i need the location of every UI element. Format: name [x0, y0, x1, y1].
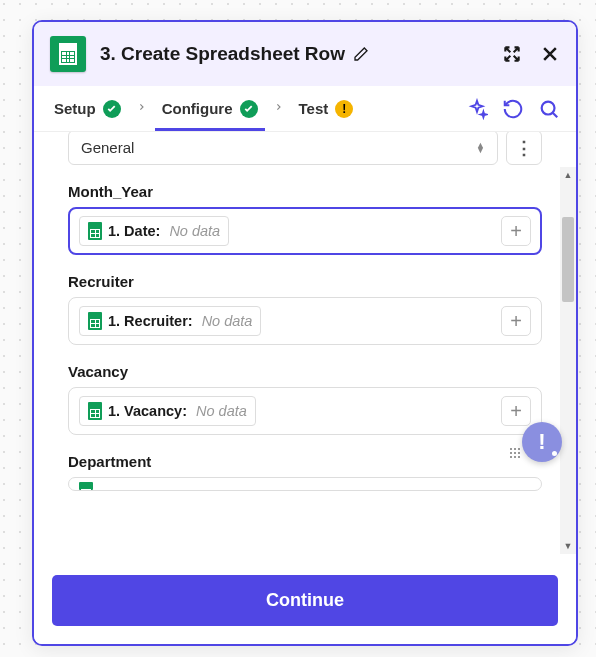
close-icon[interactable] [540, 44, 560, 64]
tab-setup[interactable]: Setup [50, 88, 125, 130]
field: Month_Year1. Date:No data+ [68, 183, 542, 255]
field-input[interactable] [68, 477, 542, 491]
sort-chevrons-icon: ▲▼ [476, 143, 485, 153]
sheets-small-icon [88, 222, 102, 240]
data-pill[interactable]: 1. Recruiter:No data [79, 306, 261, 336]
worksheet-select[interactable]: General ▲▼ [68, 132, 498, 165]
edit-title-icon[interactable] [353, 46, 369, 62]
warning-icon: ! [335, 100, 353, 118]
worksheet-value: General [81, 139, 134, 156]
pill-main-text: 1. Recruiter: [108, 313, 193, 329]
tab-configure[interactable]: Configure [158, 88, 262, 130]
field-label: Department [68, 453, 542, 470]
panel-footer: Continue [34, 561, 576, 644]
sheets-small-icon [88, 312, 102, 330]
worksheet-row: General ▲▼ ⋮ [68, 132, 542, 165]
continue-button[interactable]: Continue [52, 575, 558, 626]
alert-badge[interactable]: ! [522, 422, 562, 462]
sheets-small-icon [79, 482, 93, 490]
tab-configure-label: Configure [162, 100, 233, 117]
pill-nodata-text: No data [169, 223, 220, 239]
check-icon [103, 100, 121, 118]
google-sheets-icon [50, 36, 86, 72]
check-icon [240, 100, 258, 118]
field-label: Vacancy [68, 363, 542, 380]
panel-header: 3. Create Spreadsheet Row [34, 22, 576, 86]
tabs-row: Setup Configure Test ! [34, 86, 576, 132]
sparkle-icon[interactable] [466, 98, 488, 120]
configure-form: General ▲▼ ⋮ Month_Year1. Date:No data+R… [34, 132, 576, 561]
scroll-up-icon[interactable]: ▲ [560, 167, 576, 183]
tab-test[interactable]: Test ! [295, 88, 358, 130]
pill-main-text: 1. Date: [108, 223, 160, 239]
add-field-button[interactable]: + [501, 396, 531, 426]
pill-nodata-text: No data [202, 313, 253, 329]
field-label: Recruiter [68, 273, 542, 290]
tab-test-label: Test [299, 100, 329, 117]
scroll-down-icon[interactable]: ▼ [560, 538, 576, 554]
search-icon[interactable] [538, 98, 560, 120]
chevron-right-icon [135, 101, 148, 116]
field-input[interactable]: 1. Recruiter:No data+ [68, 297, 542, 345]
field: Vacancy1. Vacancy:No data+ [68, 363, 542, 435]
sheets-small-icon [88, 402, 102, 420]
tab-setup-label: Setup [54, 100, 96, 117]
pill-nodata-text: No data [196, 403, 247, 419]
svg-point-0 [542, 101, 555, 114]
scroll-thumb[interactable] [562, 217, 574, 302]
scrollbar[interactable]: ▲ ▼ [560, 167, 576, 554]
field-label: Month_Year [68, 183, 542, 200]
data-pill[interactable]: 1. Date:No data [79, 216, 229, 246]
field: Department [68, 453, 542, 491]
field-input[interactable]: 1. Vacancy:No data+ [68, 387, 542, 435]
add-field-button[interactable]: + [501, 216, 531, 246]
panel-title-text: 3. Create Spreadsheet Row [100, 43, 345, 65]
expand-icon[interactable] [502, 44, 522, 64]
field-input[interactable]: 1. Date:No data+ [68, 207, 542, 255]
chevron-right-icon [272, 101, 285, 116]
worksheet-more-button[interactable]: ⋮ [506, 132, 542, 165]
data-pill[interactable]: 1. Vacancy:No data [79, 396, 256, 426]
pill-main-text: 1. Vacancy: [108, 403, 187, 419]
add-field-button[interactable]: + [501, 306, 531, 336]
field: Recruiter1. Recruiter:No data+ [68, 273, 542, 345]
undo-icon[interactable] [502, 98, 524, 120]
step-panel: 3. Create Spreadsheet Row Setup [32, 20, 578, 646]
panel-title: 3. Create Spreadsheet Row [100, 43, 488, 65]
drag-handle-icon[interactable] [510, 448, 522, 460]
